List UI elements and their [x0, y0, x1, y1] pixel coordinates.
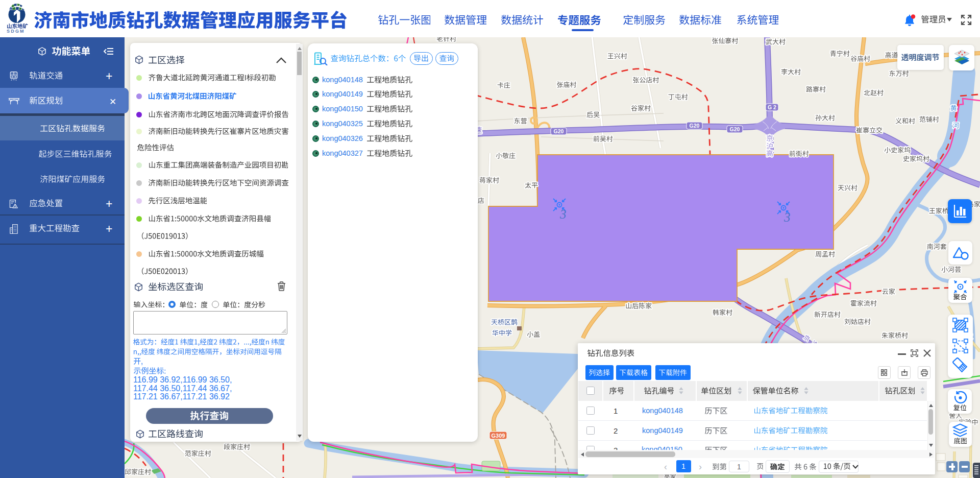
svg-text:3: 3: [559, 207, 567, 221]
svg-text:G20: G20: [690, 123, 700, 129]
svg-text:3: 3: [783, 210, 791, 224]
svg-text:G 2: G 2: [768, 104, 776, 110]
svg-text:G309: G309: [492, 433, 505, 439]
svg-text:G20: G20: [730, 126, 740, 132]
svg-text:G20: G20: [554, 128, 564, 134]
